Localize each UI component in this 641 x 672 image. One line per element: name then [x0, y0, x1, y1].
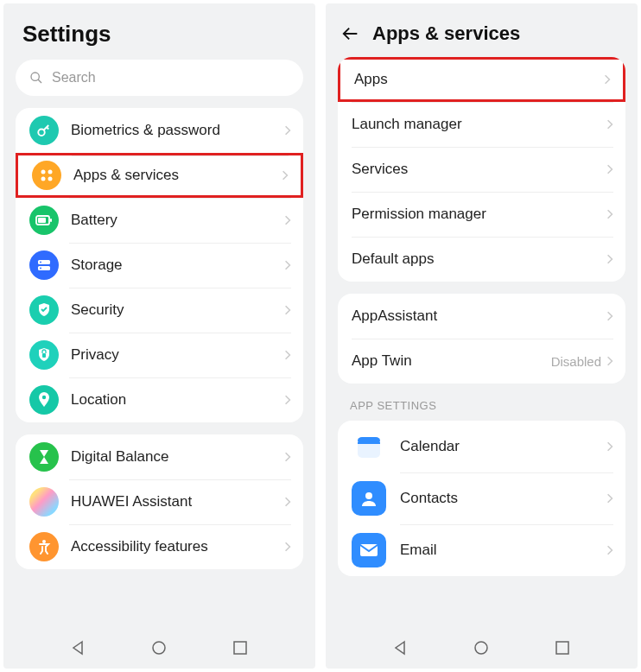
svg-rect-19: [234, 642, 246, 654]
row-huawei-assistant[interactable]: HUAWEI Assistant: [16, 479, 303, 524]
chevron-right-icon: [284, 214, 291, 226]
nav-back-icon[interactable]: [392, 639, 409, 656]
row-digital-balance[interactable]: Digital Balance: [16, 434, 303, 479]
row-label: Accessibility features: [71, 538, 284, 555]
row-app-assistant[interactable]: AppAssistant: [338, 294, 625, 339]
apps-group-2: AppAssistant App Twin Disabled: [338, 294, 625, 384]
row-value: Disabled: [551, 354, 601, 369]
row-app-twin[interactable]: App Twin Disabled: [338, 339, 625, 384]
search-icon: [29, 71, 43, 85]
chevron-right-icon: [606, 253, 613, 265]
shield-icon: [29, 295, 59, 325]
svg-point-3: [41, 170, 46, 174]
header: Settings: [3, 3, 315, 60]
row-label: Privacy: [71, 346, 284, 364]
nav-back-icon[interactable]: [70, 639, 87, 656]
apps-group-3: Calendar Contacts Email: [338, 421, 625, 576]
row-email[interactable]: Email: [338, 524, 625, 576]
page-title: Settings: [22, 21, 296, 48]
chevron-right-icon: [284, 349, 291, 361]
chevron-right-icon: [284, 496, 291, 508]
section-header: APP SETTINGS: [326, 396, 638, 421]
nav-recent-icon[interactable]: [554, 639, 571, 656]
svg-point-4: [48, 170, 53, 174]
row-label: Apps: [354, 71, 604, 88]
row-label: Biometrics & password: [71, 122, 284, 139]
search-placeholder: Search: [52, 70, 96, 86]
svg-marker-17: [73, 642, 82, 654]
row-label: Contacts: [400, 490, 606, 507]
row-label: Launch manager: [352, 116, 606, 133]
svg-rect-10: [38, 260, 50, 264]
row-default-apps[interactable]: Default apps: [338, 237, 625, 282]
row-label: Calendar: [400, 438, 606, 455]
chevron-right-icon: [284, 394, 291, 406]
svg-rect-8: [38, 218, 46, 223]
svg-point-6: [48, 177, 53, 181]
apps-services-screen: Apps & services Apps Launch manager Serv…: [326, 3, 638, 669]
chevron-right-icon: [604, 73, 611, 86]
chevron-right-icon: [284, 541, 291, 553]
row-biometrics[interactable]: Biometrics & password: [16, 108, 303, 153]
svg-rect-23: [358, 442, 380, 444]
apps-group-1: Apps Launch manager Services Permission …: [338, 57, 625, 282]
svg-point-18: [153, 642, 165, 654]
row-label: Digital Balance: [71, 448, 284, 466]
row-label: Email: [400, 542, 606, 559]
chevron-right-icon: [606, 441, 613, 453]
row-label: HUAWEI Assistant: [71, 493, 284, 510]
svg-point-0: [31, 73, 39, 80]
row-apps-services[interactable]: Apps & services: [16, 153, 303, 198]
row-accessibility[interactable]: Accessibility features: [16, 524, 303, 569]
email-icon: [352, 533, 386, 567]
row-battery[interactable]: Battery: [16, 198, 303, 243]
row-label: Security: [71, 301, 284, 319]
row-label: Storage: [71, 257, 284, 274]
row-label: Default apps: [352, 250, 606, 268]
row-contacts[interactable]: Contacts: [338, 472, 625, 524]
nav-bar: [3, 627, 315, 669]
chevron-right-icon: [606, 355, 613, 367]
nav-home-icon[interactable]: [473, 639, 490, 656]
chevron-right-icon: [284, 259, 291, 271]
row-privacy[interactable]: Privacy: [16, 333, 303, 377]
chevron-right-icon: [606, 118, 613, 130]
nav-recent-icon[interactable]: [232, 639, 249, 656]
svg-marker-26: [396, 642, 404, 654]
row-security[interactable]: Security: [16, 288, 303, 333]
row-label: Services: [352, 161, 606, 178]
chevron-right-icon: [284, 124, 291, 136]
chevron-right-icon: [606, 544, 613, 556]
chevron-right-icon: [606, 208, 613, 220]
svg-point-15: [42, 396, 46, 399]
svg-point-27: [475, 642, 487, 654]
key-icon: [29, 116, 59, 145]
apps-grid-icon: [32, 161, 61, 190]
row-label: App Twin: [352, 352, 551, 370]
svg-point-16: [42, 540, 46, 543]
svg-rect-9: [50, 219, 52, 222]
storage-icon: [29, 250, 59, 280]
settings-screen: Settings Search Biometrics & password Ap…: [3, 3, 315, 669]
chevron-right-icon: [606, 492, 613, 504]
row-location[interactable]: Location: [16, 377, 303, 422]
settings-group-2: Digital Balance HUAWEI Assistant Accessi…: [16, 434, 303, 569]
row-apps[interactable]: Apps: [338, 57, 625, 102]
search-bar[interactable]: Search: [16, 60, 303, 96]
svg-rect-28: [556, 642, 568, 654]
row-calendar[interactable]: Calendar: [338, 421, 625, 472]
battery-icon: [29, 206, 59, 235]
back-arrow-icon[interactable]: [341, 24, 360, 43]
row-services[interactable]: Services: [338, 147, 625, 192]
nav-bar: [326, 627, 638, 669]
row-storage[interactable]: Storage: [16, 243, 303, 288]
row-label: Location: [71, 391, 284, 409]
nav-home-icon[interactable]: [150, 639, 168, 656]
assistant-icon: [29, 487, 59, 517]
header: Apps & services: [326, 3, 638, 57]
row-launch-manager[interactable]: Launch manager: [338, 102, 625, 147]
row-label: Permission manager: [352, 206, 606, 223]
row-permission-manager[interactable]: Permission manager: [338, 192, 625, 237]
chevron-right-icon: [282, 169, 289, 181]
chevron-right-icon: [284, 451, 291, 463]
